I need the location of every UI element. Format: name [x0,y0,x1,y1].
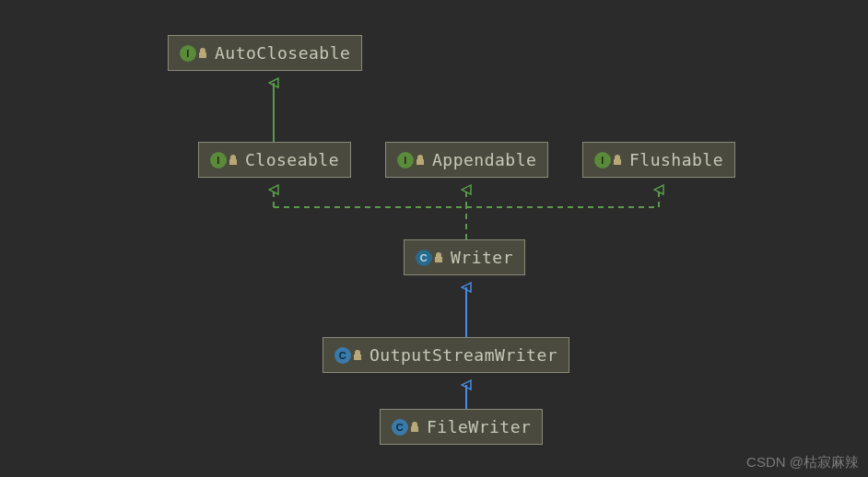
class-icon: C [334,347,362,364]
node-filewriter[interactable]: C FileWriter [380,409,543,445]
node-flushable[interactable]: I Flushable [582,142,735,178]
node-label: OutputStreamWriter [369,345,557,365]
lock-icon [613,155,622,166]
node-label: AutoCloseable [215,43,350,63]
node-autocloseable[interactable]: I AutoCloseable [168,35,362,71]
node-label: Flushable [629,150,723,169]
interface-icon: I [180,45,207,62]
node-closeable[interactable]: I Closeable [198,142,351,178]
abstract-class-icon: C [416,250,443,266]
watermark: CSDN @枯寂麻辣 [746,454,859,471]
lock-icon [434,252,443,263]
interface-icon: I [594,152,622,169]
node-outputstreamwriter[interactable]: C OutputStreamWriter [323,337,569,373]
interface-icon: I [397,152,425,169]
lock-icon [410,422,419,433]
node-label: Closeable [245,150,339,169]
node-writer[interactable]: C Writer [404,239,525,275]
interface-icon: I [210,152,238,169]
lock-icon [353,350,362,361]
lock-icon [198,48,207,59]
node-appendable[interactable]: I Appendable [385,142,548,178]
node-label: Appendable [432,150,536,169]
node-label: Writer [451,248,513,267]
lock-icon [229,155,238,166]
connector-layer [0,0,868,477]
lock-icon [416,155,425,166]
node-label: FileWriter [427,417,531,436]
class-icon: C [392,419,419,436]
